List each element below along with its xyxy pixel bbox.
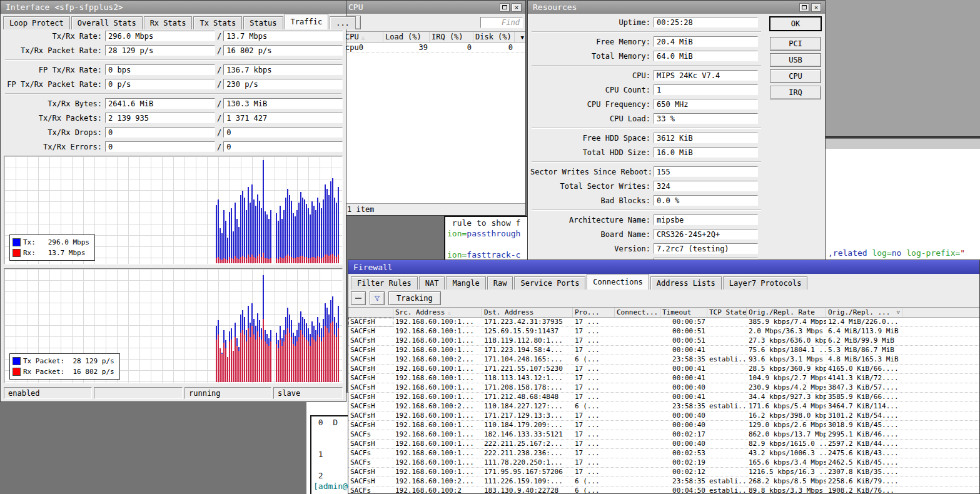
connection-row[interactable]: SACFs192.168.60.100:1...111.78.220.250:1… bbox=[348, 458, 979, 468]
connection-row[interactable]: SACFsH192.168.60.100:1...118.113.143.12:… bbox=[348, 374, 979, 383]
field-row: Free HDD Space:3612 KiB bbox=[530, 133, 762, 143]
cpu-input[interactable]: MIPS 24Kc V7.4 bbox=[654, 70, 758, 81]
tracking-button[interactable]: Tracking bbox=[388, 291, 441, 305]
slash-separator: / bbox=[215, 99, 223, 108]
column-header-tcp-state[interactable]: TCP State bbox=[707, 308, 747, 317]
tx-rx-bytes-rx-input[interactable]: 130.3 MiB bbox=[223, 98, 343, 109]
close-icon[interactable]: ✕ bbox=[811, 3, 821, 12]
interface-titlebar[interactable]: Interface <sfp-sfpplus2> bbox=[1, 1, 346, 14]
irq-button[interactable]: IRQ bbox=[770, 86, 821, 99]
connection-row[interactable]: SACFsH192.168.60.100:1...171.223.194.58:… bbox=[348, 346, 979, 355]
total-hdd-size-input[interactable]: 16.0 MiB bbox=[654, 147, 758, 158]
architecture-name-input[interactable]: mipsbe bbox=[654, 214, 758, 225]
tab-rx-stats[interactable]: Rx Stats bbox=[144, 16, 193, 29]
firewall-titlebar[interactable]: Firewall bbox=[348, 260, 979, 274]
cell-src-address: 192.168.60.100:1... bbox=[393, 468, 482, 476]
tab-filter-rules[interactable]: Filter Rules bbox=[351, 276, 418, 290]
column-header-connect[interactable]: Connect... bbox=[615, 308, 660, 317]
connection-row[interactable]: SACFsH192.168.60.100:1...125.69.15.59:11… bbox=[348, 327, 979, 336]
pci-button[interactable]: PCI bbox=[770, 37, 821, 51]
total-sector-writes-input[interactable]: 324 bbox=[654, 181, 758, 191]
column-header-dst-address[interactable]: Dst. Address bbox=[482, 308, 573, 317]
tx-rx-packet-rate-tx-input[interactable]: 28 129 p/s bbox=[105, 45, 215, 56]
board-name-input[interactable]: CRS326-24S+2Q+ bbox=[654, 229, 758, 239]
column-header-load[interactable]: Load (%) bbox=[383, 32, 430, 42]
column-header-irq[interactable]: IRQ (%) bbox=[430, 32, 473, 42]
tx-rx-bytes-tx-input[interactable]: 2641.6 MiB bbox=[105, 98, 215, 109]
column-header-pro[interactable]: Pro... bbox=[573, 308, 615, 317]
connection-row[interactable]: SACFsH192.168.60.100:1...110.184.179.209… bbox=[348, 421, 979, 430]
connection-row[interactable]: SACFsH192.168.60.100:2...171.104.248.165… bbox=[348, 355, 979, 365]
connection-row[interactable]: SACFsH192.168.60.100:1...171.221.55.107:… bbox=[348, 365, 979, 374]
total-memory-input[interactable]: 64.0 MiB bbox=[654, 51, 758, 61]
tab-address-lists[interactable]: Address Lists bbox=[650, 276, 722, 290]
connection-row[interactable]: SACFsH192.168.60.100:2...110.184.227.127… bbox=[348, 402, 979, 411]
tab-mangle[interactable]: Mangle bbox=[446, 276, 485, 290]
tx-rx-packets-tx-input[interactable]: 2 139 935 bbox=[105, 113, 215, 123]
ok-button[interactable]: OK bbox=[770, 17, 821, 31]
cpu-titlebar[interactable]: CPU ✕ bbox=[343, 1, 525, 14]
filter-button[interactable] bbox=[370, 291, 385, 305]
connection-row[interactable]: SACFsH192.168.60.100:1...171.223.42.31:3… bbox=[348, 318, 979, 327]
version-input[interactable]: 7.2rc7 (testing) bbox=[654, 243, 758, 254]
fp-tx-rx-packet-rate-tx-input[interactable]: 0 p/s bbox=[105, 79, 215, 89]
usb-button[interactable]: USB bbox=[770, 53, 821, 67]
tx-rx-drops-tx-input[interactable]: 0 bbox=[105, 127, 215, 138]
close-icon[interactable]: ✕ bbox=[512, 3, 522, 12]
tab-raw[interactable]: Raw bbox=[487, 276, 513, 290]
tab-status[interactable]: Status bbox=[243, 16, 283, 29]
tab-connections[interactable]: Connections bbox=[587, 274, 649, 290]
column-header-orig-repl-rate[interactable]: Orig./Repl. Rate bbox=[747, 308, 826, 317]
tx-rx-packet-rate-rx-input[interactable]: 16 802 p/s bbox=[223, 45, 343, 56]
uptime-input[interactable]: 00:25:28 bbox=[654, 17, 758, 28]
tab-traffic[interactable]: Traffic bbox=[285, 14, 329, 29]
tab-tx-stats[interactable]: Tx Stats bbox=[193, 16, 242, 29]
fp-tx-rx-rate-tx-input[interactable]: 0 bps bbox=[105, 64, 215, 75]
resources-titlebar[interactable]: Resources ✕ bbox=[528, 1, 825, 14]
tx-rx-rate-rx-input[interactable]: 13.7 Mbps bbox=[223, 31, 343, 41]
connection-row[interactable]: SACFs192.168.60.100:1...182.146.133.33:5… bbox=[348, 430, 979, 440]
maximize-icon[interactable] bbox=[799, 3, 809, 12]
tab-overall-stats[interactable]: Overall Stats bbox=[71, 16, 143, 29]
connection-row[interactable]: SACFsH192.168.60.100:1...118.119.112.80:… bbox=[348, 336, 979, 346]
column-header-disk[interactable]: Disk (%) bbox=[473, 32, 515, 42]
cpu-load-input[interactable]: 33 % bbox=[654, 113, 758, 124]
connection-row[interactable]: SACFs192.168.60.100:2183.130.9.40:227286… bbox=[348, 486, 979, 493]
column-header-timeout[interactable]: Timeout bbox=[660, 308, 707, 317]
find-input[interactable]: Find bbox=[480, 17, 523, 28]
connection-row[interactable]: SACFsH192.168.60.100:1...171.217.129.13:… bbox=[348, 411, 979, 421]
tab-service-ports[interactable]: Service Ports bbox=[514, 276, 585, 290]
free-hdd-space-input[interactable]: 3612 KiB bbox=[654, 133, 758, 143]
sector-writes-since-reboot-input[interactable]: 155 bbox=[654, 166, 758, 177]
tab-layer7-protocols[interactable]: Layer7 Protocols bbox=[723, 276, 808, 290]
fp-tx-rx-rate-rx-input[interactable]: 136.7 kbps bbox=[223, 64, 343, 75]
tx-rx-errors-rx-input[interactable]: 0 bbox=[223, 141, 343, 152]
cpu-row[interactable]: cpu03900 bbox=[343, 43, 525, 53]
tx-rx-packets-rx-input[interactable]: 1 371 427 bbox=[223, 113, 343, 123]
maximize-icon[interactable] bbox=[500, 3, 510, 12]
tab-nat[interactable]: NAT bbox=[419, 276, 445, 290]
tx-rx-drops-rx-input[interactable]: 0 bbox=[223, 127, 343, 138]
cpu-button[interactable]: CPU bbox=[770, 69, 821, 83]
cpu-frequency-input[interactable]: 650 MHz bbox=[654, 99, 758, 109]
column-header-flags[interactable] bbox=[348, 308, 393, 317]
connection-row[interactable]: SACFsH192.168.60.100:1...171.208.158.178… bbox=[348, 383, 979, 393]
connection-row[interactable]: SACFsH192.168.60.100:1...171.95.95.167:5… bbox=[348, 468, 979, 477]
connection-row[interactable]: SACFsH192.168.60.100:1...222.211.25.167:… bbox=[348, 440, 979, 449]
tx-rx-errors-tx-input[interactable]: 0 bbox=[105, 141, 215, 152]
bad-blocks-input[interactable]: 0.0 % bbox=[654, 195, 758, 206]
connection-row[interactable]: SACFs192.168.60.100:1...222.211.238.236:… bbox=[348, 449, 979, 458]
dropdown-arrow-icon[interactable]: ▼ bbox=[521, 34, 524, 41]
column-header-orig-repl[interactable]: Orig./Repl. ...▽ bbox=[826, 308, 902, 317]
cpu-count-input[interactable]: 1 bbox=[654, 84, 758, 95]
tx-rx-rate-tx-input[interactable]: 296.0 Mbps bbox=[105, 31, 215, 41]
tab-loop-protect[interactable]: Loop Protect bbox=[3, 16, 70, 29]
connection-row[interactable]: SACFsH192.168.60.100:2...111.226.159.109… bbox=[348, 477, 979, 486]
fp-tx-rx-packet-rate-rx-input[interactable]: 230 p/s bbox=[223, 79, 343, 89]
column-header-cpu[interactable]: CPU△ bbox=[343, 32, 383, 42]
connection-row[interactable]: SACFsH192.168.60.100:1...171.212.48.68:4… bbox=[348, 393, 979, 402]
tab-more[interactable]: ... bbox=[330, 16, 356, 29]
remove-button[interactable] bbox=[351, 291, 366, 305]
free-memory-input[interactable]: 20.4 MiB bbox=[654, 36, 758, 47]
column-header-src-address[interactable]: Src. Address△ bbox=[393, 308, 482, 317]
